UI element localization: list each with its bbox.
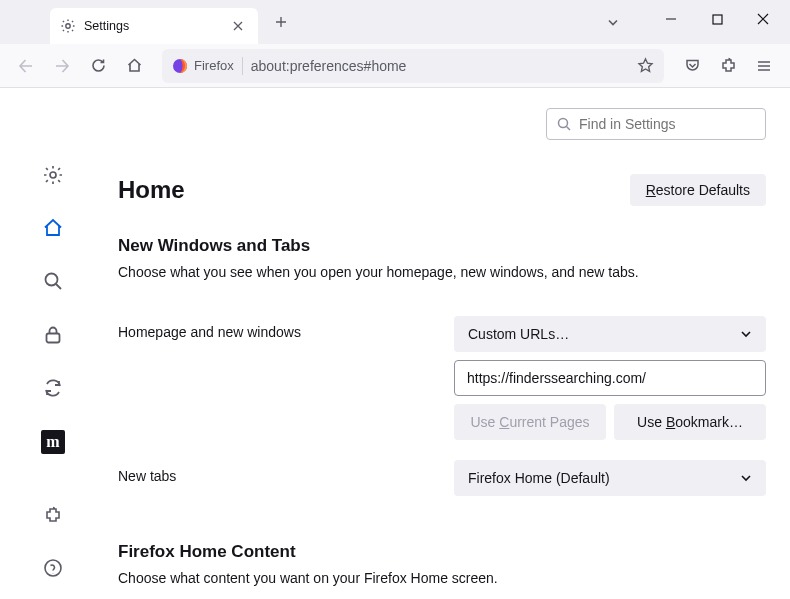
m-icon: m bbox=[41, 430, 65, 454]
url-bar[interactable]: Firefox about:preferences#home bbox=[162, 49, 664, 83]
homepage-select-value: Custom URLs… bbox=[468, 326, 569, 342]
svg-point-3 bbox=[50, 172, 56, 178]
sidebar-item-more[interactable]: m bbox=[35, 425, 71, 458]
new-tab-button[interactable] bbox=[266, 7, 296, 37]
sidebar-item-sync[interactable] bbox=[35, 372, 71, 405]
sidebar-item-extensions[interactable] bbox=[35, 498, 71, 531]
maximize-button[interactable] bbox=[694, 3, 740, 35]
extensions-button[interactable] bbox=[712, 50, 744, 82]
tabs-dropdown-button[interactable] bbox=[598, 7, 628, 37]
settings-sidebar: m bbox=[0, 88, 106, 599]
content: m Home Restore Defaults New Windows and … bbox=[0, 88, 790, 599]
gear-icon bbox=[60, 18, 76, 34]
search-icon bbox=[557, 117, 571, 131]
titlebar: Settings bbox=[0, 0, 790, 44]
tab-title: Settings bbox=[84, 19, 220, 33]
homepage-label: Homepage and new windows bbox=[118, 316, 434, 340]
back-button[interactable] bbox=[10, 50, 42, 82]
svg-point-0 bbox=[66, 24, 70, 28]
firefox-icon bbox=[172, 58, 188, 74]
svg-point-7 bbox=[559, 119, 568, 128]
settings-search-input[interactable] bbox=[579, 116, 755, 132]
pocket-button[interactable] bbox=[676, 50, 708, 82]
home-button[interactable] bbox=[118, 50, 150, 82]
section-new-windows-title: New Windows and Tabs bbox=[118, 236, 766, 256]
window-controls bbox=[648, 3, 786, 35]
identity-label: Firefox bbox=[194, 58, 234, 73]
homepage-row: Homepage and new windows Custom URLs… Us… bbox=[118, 316, 766, 440]
toolbar: Firefox about:preferences#home bbox=[0, 44, 790, 88]
separator bbox=[242, 57, 243, 75]
close-icon[interactable] bbox=[228, 16, 248, 36]
identity-box[interactable]: Firefox bbox=[172, 58, 234, 74]
settings-main: Home Restore Defaults New Windows and Ta… bbox=[106, 88, 790, 599]
reload-button[interactable] bbox=[82, 50, 114, 82]
svg-rect-5 bbox=[47, 333, 60, 342]
url-text: about:preferences#home bbox=[251, 58, 629, 74]
newtabs-select[interactable]: Firefox Home (Default) bbox=[454, 460, 766, 496]
section-home-content-desc: Choose what content you want on your Fir… bbox=[118, 570, 766, 586]
sidebar-item-search[interactable] bbox=[35, 265, 71, 298]
sidebar-item-home[interactable] bbox=[35, 211, 71, 244]
bookmark-star-icon[interactable] bbox=[637, 57, 654, 74]
menu-button[interactable] bbox=[748, 50, 780, 82]
close-window-button[interactable] bbox=[740, 3, 786, 35]
minimize-button[interactable] bbox=[648, 3, 694, 35]
settings-search[interactable] bbox=[546, 108, 766, 140]
browser-tab[interactable]: Settings bbox=[50, 8, 258, 44]
page-title: Home bbox=[118, 176, 185, 204]
newtabs-label: New tabs bbox=[118, 460, 434, 484]
homepage-select[interactable]: Custom URLs… bbox=[454, 316, 766, 352]
chevron-down-icon bbox=[740, 472, 752, 484]
newtabs-select-value: Firefox Home (Default) bbox=[468, 470, 610, 486]
restore-defaults-button[interactable]: Restore Defaults bbox=[630, 174, 766, 206]
section-home-content-title: Firefox Home Content bbox=[118, 542, 766, 562]
forward-button[interactable] bbox=[46, 50, 78, 82]
svg-point-4 bbox=[46, 274, 58, 286]
use-current-pages-button[interactable]: Use Current Pages bbox=[454, 404, 606, 440]
section-new-windows-desc: Choose what you see when you open your h… bbox=[118, 264, 766, 280]
svg-point-6 bbox=[45, 560, 61, 576]
sidebar-item-help[interactable] bbox=[35, 552, 71, 585]
homepage-url-input[interactable] bbox=[454, 360, 766, 396]
sidebar-item-privacy[interactable] bbox=[35, 318, 71, 351]
svg-rect-1 bbox=[713, 15, 722, 24]
chevron-down-icon bbox=[740, 328, 752, 340]
newtabs-row: New tabs Firefox Home (Default) bbox=[118, 460, 766, 496]
sidebar-item-general[interactable] bbox=[35, 158, 71, 191]
use-bookmark-button[interactable]: Use Bookmark… bbox=[614, 404, 766, 440]
